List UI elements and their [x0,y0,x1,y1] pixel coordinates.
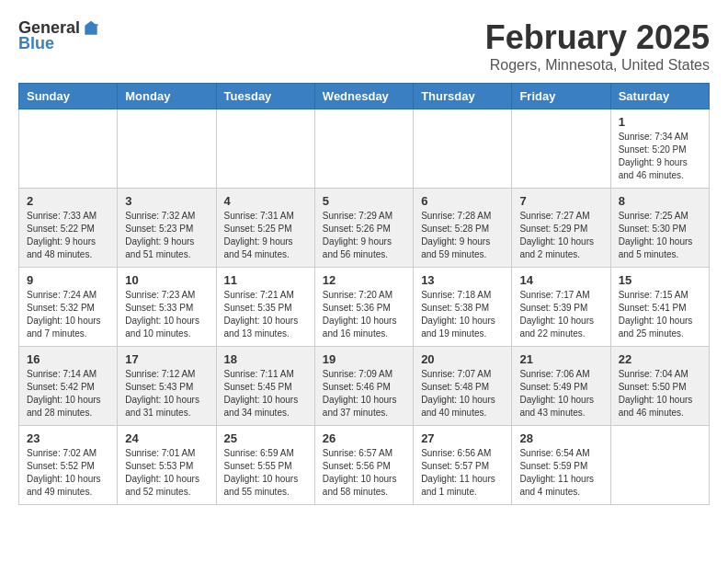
title-section: February 2025 Rogers, Minnesota, United … [485,18,710,74]
calendar-header-friday: Friday [512,84,610,109]
calendar-day: 23Sunrise: 7:02 AM Sunset: 5:52 PM Dayli… [19,426,118,505]
calendar-day: 27Sunrise: 6:56 AM Sunset: 5:57 PM Dayli… [414,426,512,505]
calendar-day: 12Sunrise: 7:20 AM Sunset: 5:36 PM Dayli… [314,268,413,347]
calendar-day: 25Sunrise: 6:59 AM Sunset: 5:55 PM Dayli… [216,426,314,505]
calendar-day: 13Sunrise: 7:18 AM Sunset: 5:38 PM Dayli… [414,268,512,347]
day-info: Sunrise: 7:32 AM Sunset: 5:23 PM Dayligh… [125,210,208,261]
calendar-day: 5Sunrise: 7:29 AM Sunset: 5:26 PM Daylig… [314,189,413,268]
day-info: Sunrise: 7:12 AM Sunset: 5:43 PM Dayligh… [125,368,208,419]
day-number: 10 [125,273,208,287]
calendar-day: 22Sunrise: 7:04 AM Sunset: 5:50 PM Dayli… [610,347,709,426]
day-info: Sunrise: 7:04 AM Sunset: 5:50 PM Dayligh… [619,368,701,419]
day-number: 23 [27,431,109,445]
calendar-header-sunday: Sunday [19,84,118,109]
day-number: 14 [519,273,602,287]
day-info: Sunrise: 7:24 AM Sunset: 5:32 PM Dayligh… [27,289,109,340]
day-number: 18 [224,352,307,366]
day-info: Sunrise: 7:33 AM Sunset: 5:22 PM Dayligh… [27,210,109,261]
calendar-header-wednesday: Wednesday [314,84,413,109]
calendar-week-4: 23Sunrise: 7:02 AM Sunset: 5:52 PM Dayli… [19,426,710,505]
day-info: Sunrise: 7:11 AM Sunset: 5:45 PM Dayligh… [224,368,307,419]
day-number: 16 [27,352,109,366]
day-number: 6 [421,194,504,208]
logo-icon [82,19,100,38]
day-info: Sunrise: 7:17 AM Sunset: 5:39 PM Dayligh… [519,289,602,340]
calendar-day: 2Sunrise: 7:33 AM Sunset: 5:22 PM Daylig… [19,189,118,268]
day-number: 27 [421,431,504,445]
day-info: Sunrise: 7:25 AM Sunset: 5:30 PM Dayligh… [619,210,701,261]
day-number: 17 [125,352,208,366]
calendar-day: 6Sunrise: 7:28 AM Sunset: 5:28 PM Daylig… [414,189,512,268]
day-number: 25 [224,431,307,445]
logo: General Blue [18,18,100,53]
day-number: 7 [519,194,602,208]
calendar-header-monday: Monday [118,84,216,109]
day-info: Sunrise: 7:01 AM Sunset: 5:53 PM Dayligh… [125,447,208,499]
page-header: General Blue February 2025 Rogers, Minne… [18,18,710,74]
calendar-week-0: 1Sunrise: 7:34 AM Sunset: 5:20 PM Daylig… [19,109,710,189]
calendar-header-thursday: Thursday [414,84,512,109]
day-info: Sunrise: 7:09 AM Sunset: 5:46 PM Dayligh… [323,368,405,419]
calendar-day: 4Sunrise: 7:31 AM Sunset: 5:25 PM Daylig… [216,189,314,268]
calendar-week-2: 9Sunrise: 7:24 AM Sunset: 5:32 PM Daylig… [19,268,710,347]
calendar-header-saturday: Saturday [610,84,709,109]
location-title: Rogers, Minnesota, United States [485,57,710,74]
day-info: Sunrise: 7:27 AM Sunset: 5:29 PM Dayligh… [519,210,602,261]
day-info: Sunrise: 7:21 AM Sunset: 5:35 PM Dayligh… [224,289,307,340]
calendar-day [216,109,314,189]
calendar-header-tuesday: Tuesday [216,84,314,109]
calendar-day: 20Sunrise: 7:07 AM Sunset: 5:48 PM Dayli… [414,347,512,426]
day-number: 21 [519,352,602,366]
day-number: 9 [27,273,109,287]
day-number: 11 [224,273,307,287]
day-info: Sunrise: 7:31 AM Sunset: 5:25 PM Dayligh… [224,210,307,261]
day-info: Sunrise: 7:14 AM Sunset: 5:42 PM Dayligh… [27,368,109,419]
day-info: Sunrise: 7:34 AM Sunset: 5:20 PM Dayligh… [619,131,701,182]
day-number: 12 [323,273,405,287]
calendar-week-3: 16Sunrise: 7:14 AM Sunset: 5:42 PM Dayli… [19,347,710,426]
calendar-day [512,109,610,189]
calendar-header-row: SundayMondayTuesdayWednesdayThursdayFrid… [19,84,710,109]
calendar-day: 17Sunrise: 7:12 AM Sunset: 5:43 PM Dayli… [118,347,216,426]
calendar-day: 21Sunrise: 7:06 AM Sunset: 5:49 PM Dayli… [512,347,610,426]
day-info: Sunrise: 7:06 AM Sunset: 5:49 PM Dayligh… [519,368,602,419]
day-number: 24 [125,431,208,445]
day-info: Sunrise: 7:02 AM Sunset: 5:52 PM Dayligh… [27,447,109,499]
day-number: 4 [224,194,307,208]
day-info: Sunrise: 7:29 AM Sunset: 5:26 PM Dayligh… [323,210,405,261]
calendar-day [19,109,118,189]
calendar-day: 3Sunrise: 7:32 AM Sunset: 5:23 PM Daylig… [118,189,216,268]
calendar-day: 9Sunrise: 7:24 AM Sunset: 5:32 PM Daylig… [19,268,118,347]
calendar-table: SundayMondayTuesdayWednesdayThursdayFrid… [18,83,710,505]
day-number: 5 [323,194,405,208]
day-number: 22 [619,352,701,366]
calendar-day: 7Sunrise: 7:27 AM Sunset: 5:29 PM Daylig… [512,189,610,268]
day-info: Sunrise: 7:23 AM Sunset: 5:33 PM Dayligh… [125,289,208,340]
calendar-day [610,426,709,505]
day-number: 19 [323,352,405,366]
calendar-day: 15Sunrise: 7:15 AM Sunset: 5:41 PM Dayli… [610,268,709,347]
day-info: Sunrise: 7:28 AM Sunset: 5:28 PM Dayligh… [421,210,504,261]
calendar-day: 8Sunrise: 7:25 AM Sunset: 5:30 PM Daylig… [610,189,709,268]
calendar-day: 28Sunrise: 6:54 AM Sunset: 5:59 PM Dayli… [512,426,610,505]
month-title: February 2025 [485,18,710,57]
calendar-day: 24Sunrise: 7:01 AM Sunset: 5:53 PM Dayli… [118,426,216,505]
calendar-day: 19Sunrise: 7:09 AM Sunset: 5:46 PM Dayli… [314,347,413,426]
day-number: 28 [519,431,602,445]
day-info: Sunrise: 7:18 AM Sunset: 5:38 PM Dayligh… [421,289,504,340]
calendar-day: 11Sunrise: 7:21 AM Sunset: 5:35 PM Dayli… [216,268,314,347]
day-number: 1 [619,115,701,129]
day-info: Sunrise: 6:54 AM Sunset: 5:59 PM Dayligh… [519,447,602,499]
day-number: 8 [619,194,701,208]
day-number: 20 [421,352,504,366]
calendar-day: 26Sunrise: 6:57 AM Sunset: 5:56 PM Dayli… [314,426,413,505]
calendar-day [414,109,512,189]
calendar-day: 14Sunrise: 7:17 AM Sunset: 5:39 PM Dayli… [512,268,610,347]
day-info: Sunrise: 7:15 AM Sunset: 5:41 PM Dayligh… [619,289,701,340]
calendar-day [118,109,216,189]
calendar-week-1: 2Sunrise: 7:33 AM Sunset: 5:22 PM Daylig… [19,189,710,268]
day-info: Sunrise: 6:56 AM Sunset: 5:57 PM Dayligh… [421,447,504,499]
day-number: 3 [125,194,208,208]
day-number: 26 [323,431,405,445]
day-info: Sunrise: 7:20 AM Sunset: 5:36 PM Dayligh… [323,289,405,340]
